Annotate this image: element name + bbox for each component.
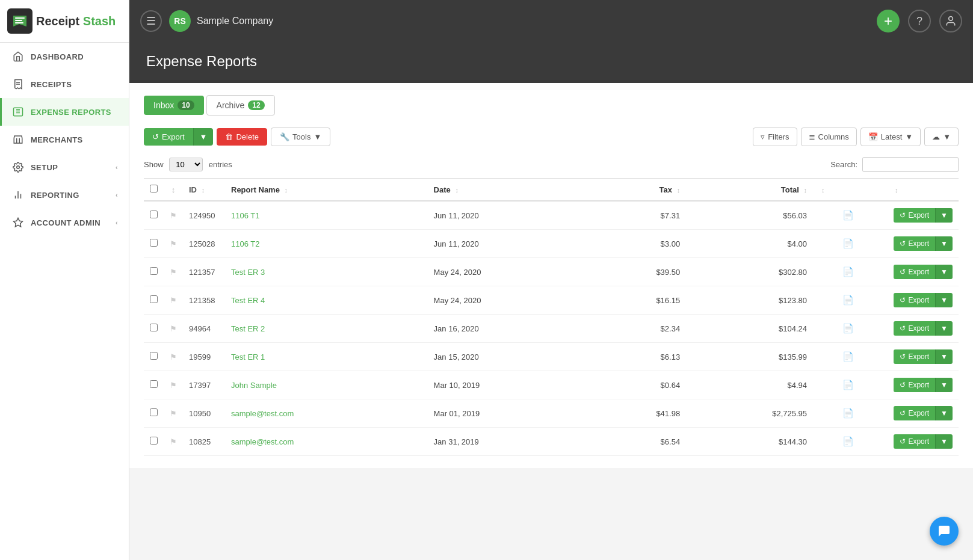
col-actions: ↕ — [886, 179, 959, 202]
row-checkbox[interactable] — [150, 437, 158, 445]
tab-archive[interactable]: Archive 12 — [206, 95, 275, 115]
export-button[interactable]: ↺ Export — [144, 128, 193, 146]
row-export-button[interactable]: ↺ Export — [894, 293, 935, 307]
document-icon: 📄 — [842, 295, 854, 305]
row-checkbox[interactable] — [150, 267, 158, 275]
help-button[interactable]: ? — [908, 10, 931, 32]
export-label: Export — [162, 132, 185, 141]
sidebar-item-receipts[interactable]: Receipts — [0, 70, 129, 98]
row-report-name[interactable]: 1106 T2 — [225, 230, 428, 258]
row-checkbox[interactable] — [150, 295, 158, 303]
col-report-name[interactable]: Report Name ↕ — [225, 179, 428, 202]
receipt-icon — [13, 79, 23, 90]
row-export-button[interactable]: ↺ Export — [894, 265, 935, 279]
row-checkbox[interactable] — [150, 408, 158, 416]
calendar-icon: 📅 — [868, 132, 878, 141]
expense-reports-table: ↕ ID ↕ Report Name ↕ Date ↕ Tax ↕ — [144, 178, 959, 456]
col-tax[interactable]: Tax ↕ — [588, 179, 686, 202]
row-export-button[interactable]: ↺ Export — [894, 378, 935, 392]
row-date: May 24, 2020 — [428, 258, 589, 286]
row-export-button[interactable]: ↺ Export — [894, 208, 935, 223]
latest-button[interactable]: 📅 Latest ▼ — [860, 128, 921, 146]
row-report-name[interactable]: sample@test.com — [225, 399, 428, 428]
chevron-right-icon: ‹ — [116, 191, 118, 198]
toolbar: ↺ Export ▼ 🗑 Delete 🔧 Tools ▼ ▿ — [144, 128, 959, 146]
sidebar-item-expense-reports[interactable]: Expense Reports — [0, 98, 129, 126]
row-actions-cell: ↺ Export ▼ — [886, 286, 959, 315]
row-export-button[interactable]: ↺ Export — [894, 321, 935, 336]
content-area: Expense Reports Inbox 10 Archive 12 ↺ — [129, 42, 973, 560]
search-input[interactable] — [862, 157, 959, 172]
row-checkbox[interactable] — [150, 352, 158, 360]
row-export-dropdown-button[interactable]: ▼ — [935, 321, 953, 336]
row-date: Jun 11, 2020 — [428, 201, 589, 230]
row-export-dropdown-button[interactable]: ▼ — [935, 236, 953, 251]
tab-archive-label: Archive — [217, 100, 245, 110]
tab-inbox[interactable]: Inbox 10 — [144, 96, 204, 115]
columns-button[interactable]: ≣ Columns — [801, 128, 857, 146]
document-icon: 📄 — [842, 266, 854, 277]
filters-button[interactable]: ▿ Filters — [753, 128, 797, 146]
col-id[interactable]: ID ↕ — [183, 179, 225, 202]
row-export-dropdown-button[interactable]: ▼ — [935, 208, 953, 223]
row-flag-cell: ⚑ — [164, 286, 183, 315]
row-export-dropdown-button[interactable]: ▼ — [935, 406, 953, 420]
sidebar-item-setup[interactable]: Setup ‹ — [0, 153, 129, 181]
hamburger-button[interactable]: ☰ — [140, 10, 162, 32]
row-export-dropdown-button[interactable]: ▼ — [935, 434, 953, 449]
sidebar-item-account-admin[interactable]: Account Admin ‹ — [0, 209, 129, 236]
export-dropdown-button[interactable]: ▼ — [193, 128, 214, 146]
table-row: ⚑ 94964 Test ER 2 Jan 16, 2020 $2.34 $10… — [144, 315, 959, 343]
sidebar-item-reporting[interactable]: Reporting ‹ — [0, 181, 129, 209]
flag-icon: ⚑ — [170, 409, 177, 418]
flag-icon: ⚑ — [170, 211, 177, 220]
row-report-name[interactable]: sample@test.com — [225, 428, 428, 456]
tools-button[interactable]: 🔧 Tools ▼ — [271, 128, 330, 146]
col-total[interactable]: Total ↕ — [686, 179, 813, 202]
row-export-dropdown-button[interactable]: ▼ — [935, 378, 953, 392]
sidebar-item-dashboard[interactable]: Dashboard — [0, 43, 129, 70]
row-checkbox-cell — [144, 428, 164, 456]
row-export-button[interactable]: ↺ Export — [894, 406, 935, 420]
row-report-name[interactable]: Test ER 4 — [225, 286, 428, 315]
row-id: 10950 — [183, 399, 225, 428]
sidebar-item-label: Receipts — [31, 80, 72, 89]
select-all-checkbox[interactable] — [150, 185, 158, 192]
row-export-button[interactable]: ↺ Export — [894, 349, 935, 364]
row-tax: $6.54 — [588, 428, 686, 456]
row-checkbox[interactable] — [150, 380, 158, 388]
row-export-button[interactable]: ↺ Export — [894, 434, 935, 449]
row-report-name[interactable]: Test ER 2 — [225, 315, 428, 343]
row-export-dropdown-button[interactable]: ▼ — [935, 293, 953, 307]
row-report-name[interactable]: Test ER 1 — [225, 343, 428, 371]
document-icon: 📄 — [842, 210, 854, 220]
row-report-name[interactable]: 1106 T1 — [225, 201, 428, 230]
row-export-dropdown-button[interactable]: ▼ — [935, 265, 953, 279]
row-doc-cell: 📄 — [813, 371, 886, 399]
row-checkbox[interactable] — [150, 239, 158, 247]
id-sort-icon: ↕ — [202, 186, 205, 194]
row-checkbox[interactable] — [150, 324, 158, 331]
row-report-name[interactable]: John Sample — [225, 371, 428, 399]
toolbar-right: ▿ Filters ≣ Columns 📅 Latest ▼ ☁ ▼ — [753, 128, 959, 146]
col-flag-sort[interactable]: ↕ — [164, 179, 183, 202]
sidebar-item-merchants[interactable]: Merchants — [0, 126, 129, 153]
chevron-right-icon: ‹ — [116, 164, 118, 171]
chat-bubble[interactable] — [930, 517, 959, 546]
star-icon — [13, 217, 23, 228]
row-export-dropdown-button[interactable]: ▼ — [935, 349, 953, 364]
flag-icon: ⚑ — [170, 381, 177, 390]
row-report-name[interactable]: Test ER 3 — [225, 258, 428, 286]
add-button[interactable]: + — [877, 10, 900, 32]
export-arrow-icon: ↺ — [900, 296, 906, 304]
row-checkbox[interactable] — [150, 211, 158, 218]
search-label: Search: — [830, 160, 857, 169]
entries-select[interactable]: 10 25 50 100 — [169, 158, 203, 171]
filter-icon: ▿ — [761, 132, 765, 141]
col-date[interactable]: Date ↕ — [428, 179, 589, 202]
profile-button[interactable] — [939, 10, 962, 32]
row-export-button[interactable]: ↺ Export — [894, 236, 935, 251]
delete-button[interactable]: 🗑 Delete — [217, 128, 267, 146]
house-icon — [13, 51, 23, 62]
cloud-button[interactable]: ☁ ▼ — [924, 128, 959, 146]
